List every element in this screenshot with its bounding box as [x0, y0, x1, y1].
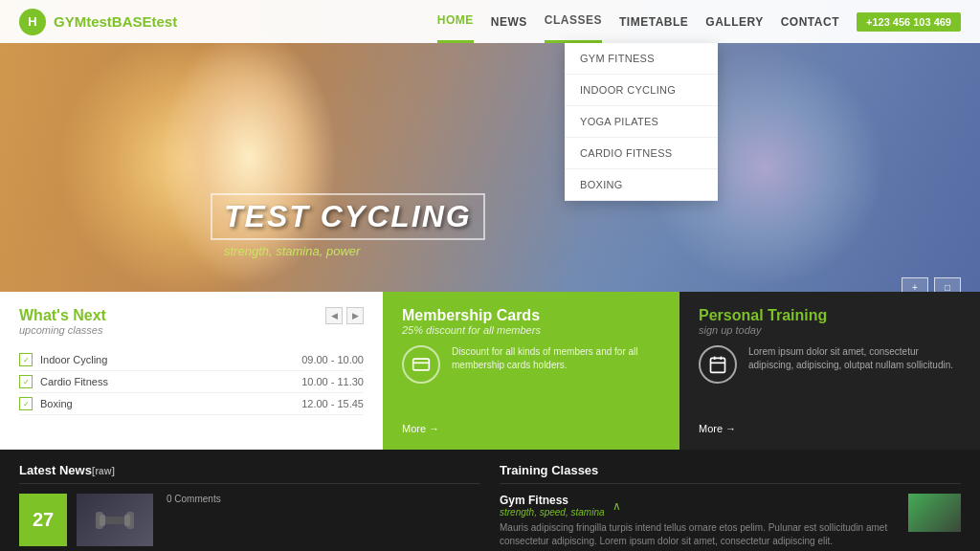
news-item-1: 27 0 Comments: [19, 494, 480, 546]
nav-item-timetable[interactable]: TIMETABLE: [619, 0, 688, 43]
news-date-badge: 27: [19, 494, 67, 546]
latest-news-panel: Latest News[raw] 27 0 Comments: [19, 463, 480, 548]
logo-icon: H: [19, 9, 46, 35]
nav-item-gallery[interactable]: GALLERY: [705, 0, 763, 43]
personal-training-text: Lorem ipsum dolor sit amet, consectetur …: [748, 345, 961, 415]
whats-next-header: What's Next upcoming classes ◀ ▶: [19, 307, 364, 345]
membership-icon: [402, 345, 440, 384]
personal-training-body: Lorem ipsum dolor sit amet, consectetur …: [699, 345, 961, 415]
logo[interactable]: H GYMtestBASEtest: [19, 9, 177, 35]
nav-item-classes[interactable]: CLASSES: [545, 0, 602, 43]
svg-rect-2: [711, 358, 725, 372]
membership-body: Discount for all kinds of members and fo…: [402, 345, 660, 415]
class-name-3: Boxing: [40, 398, 301, 409]
gym-fitness-subtitle: strength, speed, stamina: [500, 507, 605, 518]
hero-subtitle: strength, stamina, power: [211, 244, 485, 258]
class-name-2: Cardio Fitness: [40, 376, 301, 387]
membership-text: Discount for all kinds of members and fo…: [452, 345, 660, 415]
dropdown-item-cardio-fitness[interactable]: CARDIO FITNESS: [565, 138, 718, 169]
arrow-next[interactable]: ▶: [346, 307, 364, 324]
svg-rect-0: [413, 359, 430, 370]
class-icon-3: ✓: [19, 397, 33, 410]
nav-item-contact[interactable]: CONTACT: [781, 0, 839, 43]
whats-next-panel: What's Next upcoming classes ◀ ▶ ✓ Indoo…: [0, 292, 383, 450]
training-classes-title: Training Classes: [500, 463, 961, 484]
class-row-3: ✓ Boxing 12.00 - 15.45: [19, 393, 364, 415]
svg-rect-10: [124, 515, 130, 526]
class-icon-1: ✓: [19, 353, 33, 366]
phone-badge: +123 456 103 469: [857, 12, 961, 32]
cards-section: What's Next upcoming classes ◀ ▶ ✓ Indoo…: [0, 292, 980, 450]
class-name-1: Indoor Cycling: [40, 354, 301, 365]
gym-fitness-chevron[interactable]: ∧: [612, 499, 621, 513]
class-row-1: ✓ Indoor Cycling 09.00 - 10.00: [19, 349, 364, 371]
dropdown-item-yoga-pilates[interactable]: YOGA PILATES: [565, 106, 718, 138]
membership-more-btn[interactable]: More →: [402, 423, 439, 434]
logo-text: GYMtestBASEtest: [54, 13, 177, 30]
gym-fitness-title: Gym Fitness: [500, 494, 605, 507]
main-nav: HOME NEWS CLASSES TIMETABLE GALLERY CONT…: [437, 0, 961, 43]
whats-next-arrows: ◀ ▶: [325, 307, 364, 324]
whats-next-heading: What's Next: [19, 307, 106, 324]
whats-next-title: What's Next upcoming classes: [19, 307, 106, 345]
personal-training-title: Personal Training: [699, 307, 961, 324]
nav-item-news[interactable]: NEWS: [491, 0, 527, 43]
class-icon-2: ✓: [19, 375, 33, 388]
training-classes-panel: Training Classes Gym Fitness strength, s…: [500, 463, 961, 548]
membership-subtitle: 25% discount for all members: [402, 324, 660, 336]
membership-panel: Membership Cards 25% discount for all me…: [383, 292, 679, 450]
latest-news-title: Latest News[raw]: [19, 463, 480, 484]
gym-fitness-thumbnail: [908, 494, 961, 532]
classes-dropdown: GYM FITNESS INDOOR CYCLING YOGA PILATES …: [565, 43, 718, 201]
dropdown-item-indoor-cycling[interactable]: INDOOR CYCLING: [565, 75, 718, 106]
whats-next-subtitle: upcoming classes: [19, 324, 106, 336]
training-item-gym-fitness: Gym Fitness strength, speed, stamina ∧ M…: [500, 494, 961, 548]
hero-section: TEST CYCLING strength, stamina, power + …: [0, 0, 980, 316]
class-row-2: ✓ Cardio Fitness 10.00 - 11.30: [19, 371, 364, 393]
class-time-2: 10.00 - 11.30: [301, 376, 364, 387]
news-date-number: 27: [33, 509, 54, 531]
arrow-prev[interactable]: ◀: [325, 307, 343, 324]
class-time-3: 12.00 - 15.45: [301, 398, 364, 409]
hero-content: TEST CYCLING strength, stamina, power: [211, 193, 485, 258]
nav-item-home[interactable]: HOME: [437, 0, 474, 43]
header: H GYMtestBASEtest HOME NEWS CLASSES TIME…: [0, 0, 980, 43]
dropdown-item-gym-fitness[interactable]: GYM FITNESS: [565, 43, 718, 75]
bottom-section: Latest News[raw] 27 0 Comments: [0, 450, 980, 551]
class-time-1: 09.00 - 10.00: [301, 354, 364, 365]
personal-training-subtitle: sign up today: [699, 324, 961, 336]
membership-title: Membership Cards: [402, 307, 660, 324]
personal-training-panel: Personal Training sign up today Lorem ip…: [679, 292, 980, 450]
personal-training-more-btn[interactable]: More →: [699, 423, 736, 434]
news-comments: 0 Comments: [163, 494, 221, 546]
news-thumbnail: [77, 494, 153, 546]
svg-rect-9: [100, 515, 105, 526]
personal-training-icon: [699, 345, 737, 384]
hero-title: TEST CYCLING: [211, 193, 485, 240]
dropdown-item-boxing[interactable]: BOXING: [565, 169, 718, 201]
gym-fitness-text: Mauris adipiscing fringilla turpis inten…: [500, 521, 899, 548]
training-item-content: Gym Fitness strength, speed, stamina ∧ M…: [500, 494, 899, 548]
